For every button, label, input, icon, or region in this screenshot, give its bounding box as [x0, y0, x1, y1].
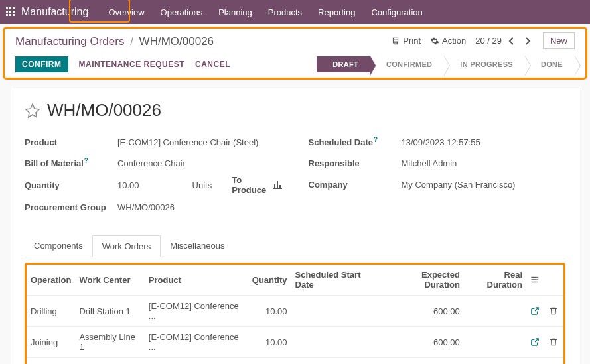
- col-exp[interactable]: Expected Duration: [382, 265, 464, 296]
- chart-icon[interactable]: [273, 181, 282, 189]
- bom-value[interactable]: Conference Chair: [117, 158, 185, 168]
- print-button[interactable]: Print: [391, 36, 421, 46]
- action-bar: CONFIRM MAINTENANCE REQUEST CANCEL DRAFT…: [3, 51, 587, 80]
- comp-value[interactable]: My Company (San Francisco): [402, 180, 516, 190]
- star-icon[interactable]: [25, 103, 40, 119]
- col-start[interactable]: Scheduled Start Date: [291, 265, 383, 296]
- sched-value[interactable]: 13/09/2023 12:57:55: [402, 137, 480, 147]
- svg-point-20: [537, 281, 538, 282]
- product-label: Product: [25, 137, 117, 147]
- svg-rect-17: [531, 282, 536, 282]
- external-link-icon[interactable]: [526, 327, 545, 358]
- svg-rect-5: [13, 11, 15, 13]
- svg-rect-3: [6, 11, 8, 13]
- nav-item-planning[interactable]: Planning: [212, 5, 259, 20]
- nav-item-operations[interactable]: Operations: [154, 5, 210, 20]
- header-bar: Manufacturing Orders / WH/MO/00026 Print…: [3, 27, 587, 51]
- product-value[interactable]: [E-COM12] Conference Chair (Steel): [117, 137, 258, 147]
- comp-label: Company: [309, 180, 402, 190]
- bom-label: Bill of Material?: [25, 157, 117, 168]
- svg-rect-4: [9, 11, 11, 13]
- status-inprogress[interactable]: IN PROGRESS: [444, 56, 525, 72]
- tab-workorders[interactable]: Work Orders: [92, 235, 161, 257]
- action-button[interactable]: Action: [430, 36, 466, 46]
- col-operation[interactable]: Operation: [27, 265, 75, 296]
- external-link-icon[interactable]: [526, 358, 545, 365]
- pager-next[interactable]: [522, 36, 534, 46]
- status-flow: DRAFT CONFIRMED IN PROGRESS DONE: [317, 56, 575, 72]
- work-orders-table: Operation Work Center Product Quantity S…: [25, 263, 565, 364]
- svg-rect-8: [13, 14, 15, 16]
- svg-rect-15: [531, 277, 536, 278]
- tabs: Components Work Orders Miscellaneous: [25, 235, 565, 257]
- maintenance-button[interactable]: MAINTENANCE REQUEST: [79, 60, 185, 69]
- col-qty[interactable]: Quantity: [248, 265, 291, 296]
- record-title: WH/MO/00026: [47, 100, 161, 121]
- new-button[interactable]: New: [543, 32, 575, 49]
- nav-item-products[interactable]: Products: [261, 5, 309, 20]
- help-icon[interactable]: ?: [84, 157, 88, 164]
- print-icon: [391, 36, 400, 46]
- svg-rect-14: [279, 185, 281, 188]
- svg-rect-2: [13, 7, 15, 9]
- pager-text: 20 / 29: [475, 36, 502, 46]
- help-icon[interactable]: ?: [374, 136, 378, 143]
- qty-value[interactable]: 10.00: [117, 180, 139, 190]
- table-row[interactable]: AssembleAssembly Line 2[E-COM12] Confere…: [27, 358, 563, 365]
- pager-prev[interactable]: [506, 36, 518, 46]
- cancel-button[interactable]: CANCEL: [195, 60, 230, 69]
- svg-rect-7: [9, 14, 11, 16]
- table-row[interactable]: DrillingDrill Station 1[E-COM12] Confere…: [27, 296, 563, 327]
- svg-rect-16: [531, 279, 536, 280]
- status-draft[interactable]: DRAFT: [317, 56, 370, 72]
- svg-point-19: [537, 279, 538, 280]
- nav-item-reporting[interactable]: Reporting: [311, 5, 362, 20]
- gear-icon: [430, 36, 439, 46]
- svg-rect-6: [6, 14, 8, 16]
- external-link-icon[interactable]: [526, 296, 545, 327]
- app-name[interactable]: Manufacturing: [21, 6, 88, 18]
- resp-label: Responsible: [309, 158, 402, 168]
- col-real[interactable]: Real Duration: [464, 265, 526, 296]
- qty-label: Quantity: [25, 180, 117, 190]
- col-settings[interactable]: [526, 265, 545, 296]
- svg-rect-1: [9, 7, 11, 9]
- to-produce: To Produce: [232, 175, 281, 195]
- pg-label: Procurement Group: [25, 202, 117, 212]
- nav-item-overview[interactable]: Overview: [102, 5, 151, 20]
- breadcrumb-root[interactable]: Manufacturing Orders: [15, 35, 124, 48]
- sched-label: Scheduled Date?: [309, 136, 402, 147]
- confirm-button[interactable]: CONFIRM: [15, 56, 68, 72]
- svg-rect-11: [273, 188, 282, 189]
- trash-icon[interactable]: [545, 296, 563, 327]
- status-done[interactable]: DONE: [525, 56, 575, 72]
- top-nav: Manufacturing OverviewOperationsPlanning…: [0, 0, 590, 24]
- qty-unit[interactable]: Units: [192, 180, 212, 190]
- svg-point-18: [537, 276, 538, 278]
- pager: 20 / 29: [475, 36, 534, 46]
- resp-value[interactable]: Mitchell Admin: [402, 158, 457, 168]
- svg-rect-12: [274, 184, 275, 188]
- svg-rect-13: [277, 181, 278, 188]
- status-confirmed[interactable]: CONFIRMED: [370, 56, 444, 72]
- svg-rect-0: [6, 7, 8, 9]
- breadcrumb-sep: /: [130, 35, 133, 48]
- tab-misc[interactable]: Miscellaneous: [161, 235, 234, 257]
- breadcrumb: Manufacturing Orders / WH/MO/00026: [15, 32, 214, 51]
- record-card: WH/MO/00026 Product[E-COM12] Conference …: [11, 88, 579, 364]
- trash-icon[interactable]: [545, 358, 563, 365]
- col-product[interactable]: Product: [145, 265, 248, 296]
- apps-icon[interactable]: [5, 7, 16, 17]
- trash-icon[interactable]: [545, 327, 563, 358]
- table-row[interactable]: JoiningAssembly Line 1[E-COM12] Conferen…: [27, 327, 563, 358]
- nav-item-configuration[interactable]: Configuration: [364, 5, 429, 20]
- col-wc[interactable]: Work Center: [75, 265, 144, 296]
- breadcrumb-current: WH/MO/00026: [139, 35, 214, 48]
- pg-value[interactable]: WH/MO/00026: [117, 202, 175, 212]
- tab-components[interactable]: Components: [25, 235, 92, 257]
